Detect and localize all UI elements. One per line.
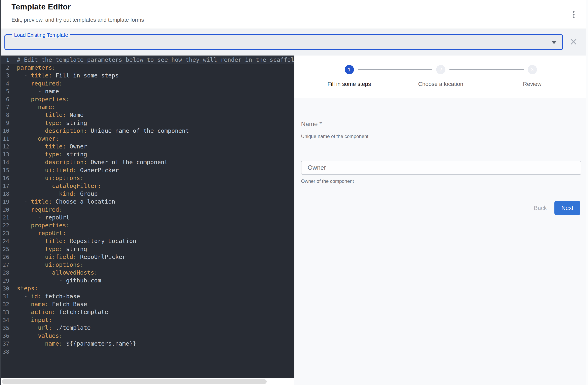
page-title: Template Editor xyxy=(11,2,71,11)
step-1-circle: 1 xyxy=(345,65,354,74)
form-preview-panel: 1 Fill in some steps 2 Choose a location… xyxy=(294,56,588,385)
back-button[interactable]: Back xyxy=(529,202,552,214)
step-3-label: Review xyxy=(523,81,542,87)
form-button-row: Back Next xyxy=(529,201,580,215)
editor-horizontal-scrollbar-thumb[interactable] xyxy=(2,379,267,384)
owner-input-label: Owner xyxy=(308,164,326,171)
vertical-scrollbar-track[interactable] xyxy=(586,0,588,385)
clear-template-button[interactable] xyxy=(570,38,577,45)
page-subtitle: Edit, preview, and try out templates and… xyxy=(11,17,144,23)
step-1-label: Fill in some steps xyxy=(327,81,371,87)
step-connector xyxy=(449,69,524,70)
gutter: 1234567891011121314151617181920212223242… xyxy=(0,56,9,356)
step-2-label: Choose a location xyxy=(418,81,463,87)
next-button[interactable]: Next xyxy=(554,201,580,215)
more-options-button[interactable] xyxy=(568,7,579,22)
owner-input[interactable]: Owner xyxy=(301,161,581,175)
step-2-circle: 2 xyxy=(436,65,445,74)
step-3-circle: 3 xyxy=(528,65,537,74)
owner-helper-text: Owner of the component xyxy=(301,178,354,184)
editor-horizontal-scrollbar-track xyxy=(0,378,294,385)
form-zone: Name * Unique name of the component Owne… xyxy=(294,98,588,385)
kebab-dot xyxy=(573,17,574,18)
step-choose-a-location: 2 Choose a location xyxy=(395,65,486,87)
dropdown-caret-icon xyxy=(551,41,557,44)
load-template-label: Load Existing Template xyxy=(12,32,70,38)
close-icon xyxy=(570,38,577,45)
name-input-label: Name * xyxy=(301,121,581,128)
name-input[interactable]: Name * xyxy=(301,121,581,131)
code-lines: # Edit the template parameters below to … xyxy=(17,56,294,355)
page-left-edge xyxy=(0,0,1,385)
name-input-underline xyxy=(301,130,581,130)
name-helper-text: Unique name of the component xyxy=(301,133,368,139)
stepper-zone: 1 Fill in some steps 2 Choose a location… xyxy=(294,56,588,98)
step-fill-in-some-steps: 1 Fill in some steps xyxy=(303,65,395,87)
header: Template Editor Edit, preview, and try o… xyxy=(0,0,588,29)
stepper: 1 Fill in some steps 2 Choose a location… xyxy=(303,65,578,87)
load-template-select[interactable]: Load Existing Template xyxy=(4,34,563,50)
editor-viewport: 1234567891011121314151617181920212223242… xyxy=(0,56,294,378)
template-editor-page: Template Editor Edit, preview, and try o… xyxy=(0,0,588,385)
load-template-section: Load Existing Template xyxy=(0,29,588,56)
step-connector xyxy=(358,69,432,70)
step-review: 3 Review xyxy=(486,65,578,87)
yaml-code-editor[interactable]: 1234567891011121314151617181920212223242… xyxy=(0,56,294,385)
kebab-dot xyxy=(573,11,574,13)
kebab-dot xyxy=(573,14,574,16)
